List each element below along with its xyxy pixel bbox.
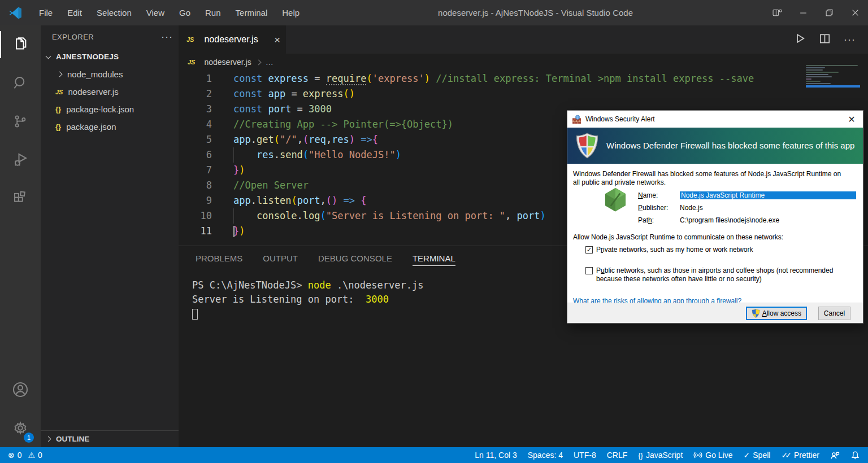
dialog-close-icon[interactable]: ✕ [840, 111, 863, 128]
settings-gear-icon[interactable]: 1 [0, 409, 41, 447]
field-label: Name: [638, 191, 680, 199]
accounts-icon[interactable] [0, 370, 41, 409]
security-shield-icon [575, 133, 599, 159]
menu-run[interactable]: Run [198, 0, 228, 25]
minimize-button[interactable] [790, 0, 816, 25]
status-eol[interactable]: CRLF [607, 451, 628, 460]
terminal-cursor [192, 309, 198, 320]
panel-tab-terminal[interactable]: TERMINAL [413, 254, 455, 266]
checkbox-checked-icon[interactable]: ✓ [585, 246, 593, 254]
dialog-title-bar: Windows Security Alert ✕ [567, 111, 863, 128]
broadcast-icon [693, 451, 702, 460]
code-line-2[interactable]: 2const app = express() [179, 86, 868, 102]
dialog-title: Windows Security Alert [585, 115, 655, 123]
dialog-footer: Allow access Cancel [567, 303, 863, 323]
tab-nodeserver-js[interactable]: JS nodeserver.js × [179, 25, 286, 54]
breadcrumb[interactable]: JS nodeserver.js … [179, 54, 868, 71]
file-tree: node_modulesJSnodeserver.js{}package-loc… [41, 65, 179, 136]
vscode-logo-icon [8, 6, 23, 20]
menu-file[interactable]: File [32, 0, 60, 25]
code-line-1[interactable]: 1const express = require('express') //in… [179, 71, 868, 86]
dialog-body: Windows Defender Firewall has blocked so… [567, 164, 863, 305]
menu-help[interactable]: Help [275, 0, 307, 25]
split-editor-button[interactable] [819, 33, 830, 46]
status-bar: ⊗ 0 ⚠ 0 Ln 11, Col 3Spaces: 4UTF-8CRLF{}… [0, 447, 868, 463]
status-spell[interactable]: ✓Spell [744, 451, 771, 460]
restore-button[interactable] [816, 0, 842, 25]
json-file-icon: {} [55, 123, 61, 131]
feedback-icon[interactable] [830, 451, 840, 460]
explorer-icon[interactable] [0, 25, 41, 64]
status-language-mode[interactable]: {}JavaScript [638, 451, 683, 460]
menu-edit[interactable]: Edit [60, 0, 89, 25]
tab-close-icon[interactable]: × [274, 34, 280, 45]
tree-item-nodeserver.js[interactable]: JSnodeserver.js [41, 83, 179, 101]
chevron-right-icon [46, 436, 51, 442]
tree-item-package-lock.json[interactable]: {}package-lock.json [41, 101, 179, 118]
minimap-highlight [806, 85, 860, 88]
status-cursor-position[interactable]: Ln 11, Col 3 [475, 451, 517, 460]
breadcrumb-separator-icon [255, 59, 261, 65]
layout-toggle-button[interactable] [764, 0, 790, 25]
warning-icon: ⚠ [28, 451, 36, 460]
run-file-button[interactable] [795, 33, 806, 46]
notifications-bell-icon[interactable] [850, 451, 860, 460]
menu-bar: FileEditSelectionViewGoRunTerminalHelp [32, 0, 307, 25]
windows-security-alert-dialog: Windows Security Alert ✕ Windows Defende… [567, 110, 863, 324]
status-encoding[interactable]: UTF-8 [574, 451, 596, 460]
checkbox-unchecked-icon[interactable] [585, 267, 593, 274]
explorer-sidebar: EXPLORER ··· AJNESTNODEJS node_modulesJS… [41, 25, 179, 447]
title-bar: FileEditSelectionViewGoRunTerminalHelp n… [0, 0, 868, 25]
tree-item-node_modules[interactable]: node_modules [41, 65, 179, 83]
network-checkboxes: ✓Private networks, such as my home or wo… [585, 246, 856, 284]
firewall-icon [572, 115, 581, 124]
sidebar-more-actions[interactable]: ··· [161, 31, 173, 43]
menu-terminal[interactable]: Terminal [228, 0, 275, 25]
run-debug-icon[interactable] [0, 141, 41, 179]
field-label: Publisher: [638, 204, 680, 212]
allow-networks-text: Allow Node.js JavaScript Runtime to comm… [573, 233, 856, 241]
menu-go[interactable]: Go [172, 0, 198, 25]
double-check-icon: ✓✓ [781, 451, 791, 460]
close-window-button[interactable] [842, 0, 868, 25]
checkbox-row-public-networks[interactable]: Public networks, such as those in airpor… [585, 267, 856, 284]
field-value: Node.js [680, 204, 856, 212]
search-icon[interactable] [0, 64, 41, 102]
dialog-header: Windows Defender Firewall has blocked so… [567, 128, 863, 164]
extensions-icon[interactable] [0, 179, 41, 217]
braces-icon: {} [638, 451, 643, 460]
js-file-icon: JS [188, 59, 195, 65]
status-prettier[interactable]: ✓✓Prettier [781, 451, 819, 460]
app-info-fields: Name:Node.js JavaScript RuntimePublisher… [638, 191, 856, 224]
editor-tab-bar: JS nodeserver.js × ··· [179, 25, 868, 54]
editor-more-actions[interactable]: ··· [844, 34, 856, 46]
panel-tab-output[interactable]: OUTPUT [263, 254, 298, 266]
status-indentation[interactable]: Spaces: 4 [528, 451, 563, 460]
tree-root-folder[interactable]: AJNESTNODEJS [41, 48, 179, 65]
field-label: Path: [638, 216, 680, 224]
check-icon: ✓ [744, 451, 750, 460]
cancel-button[interactable]: Cancel [818, 307, 850, 320]
window-title: nodeserver.js - AjNesTNodeJS - Visual St… [307, 8, 764, 18]
uac-shield-icon [752, 309, 760, 318]
dialog-header-text: Windows Defender Firewall has blocked so… [606, 140, 855, 151]
status-go-live[interactable]: Go Live [693, 451, 732, 460]
field-value: C:\program files\nodejs\node.exe [680, 216, 856, 224]
panel-tab-debug-console[interactable]: DEBUG CONSOLE [318, 254, 392, 266]
problems-indicator[interactable]: ⊗ 0 ⚠ 0 [8, 451, 42, 460]
checkbox-row-private-networks[interactable]: ✓Private networks, such as my home or wo… [585, 246, 856, 255]
json-file-icon: {} [55, 105, 61, 113]
minimap[interactable] [806, 65, 863, 88]
activity-bar: 1 [0, 25, 41, 447]
tree-item-package.json[interactable]: {}package.json [41, 118, 179, 136]
panel-tab-problems[interactable]: PROBLEMS [196, 254, 242, 266]
outline-section[interactable]: OUTLINE [41, 430, 179, 447]
field-value: Node.js JavaScript Runtime [680, 191, 856, 199]
source-control-icon[interactable] [0, 102, 41, 141]
allow-access-button[interactable]: Allow access [746, 307, 807, 320]
menu-selection[interactable]: Selection [89, 0, 139, 25]
menu-view[interactable]: View [139, 0, 172, 25]
js-file-icon: JS [55, 89, 63, 95]
settings-badge: 1 [24, 433, 34, 443]
js-file-icon: JS [186, 36, 194, 43]
